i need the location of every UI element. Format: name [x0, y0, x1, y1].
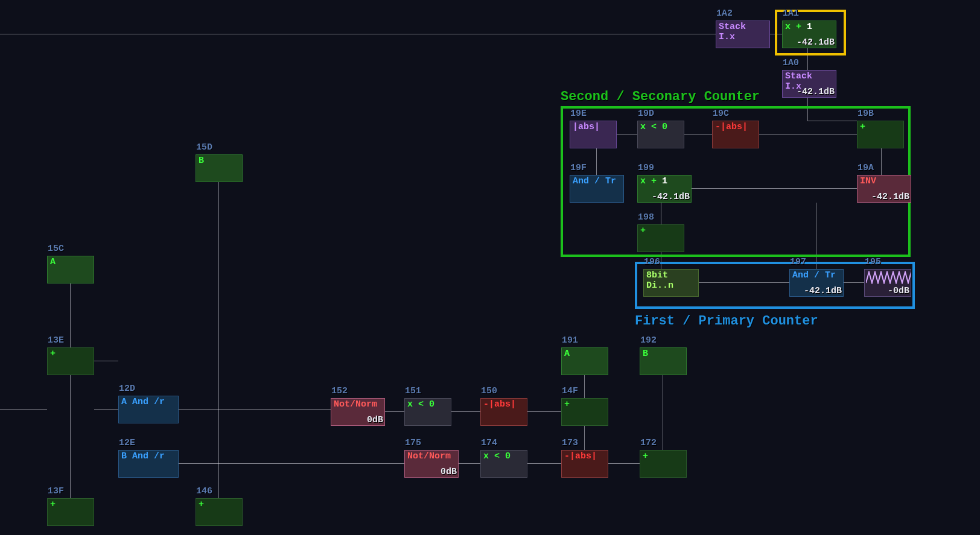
- node-196[interactable]: 1968bit Di..n: [643, 269, 699, 297]
- node-label: x < 0: [481, 451, 527, 462]
- group-label: First / Primary Counter: [635, 314, 818, 329]
- node-label: 8bit Di..n: [644, 270, 698, 291]
- node-13F[interactable]: 13F+: [47, 498, 94, 526]
- node-152[interactable]: 152Not/Norm0dB: [331, 398, 385, 426]
- node-id-label: 13E: [48, 336, 64, 346]
- wire: [385, 411, 404, 412]
- node-label: +: [858, 121, 903, 133]
- node-label: +: [638, 225, 684, 236]
- node-id-label: 150: [481, 387, 497, 397]
- node-191[interactable]: 191A: [561, 347, 608, 375]
- wire: [94, 409, 118, 410]
- node-id-label: 151: [405, 387, 421, 397]
- node-label: +: [48, 348, 94, 359]
- node-footer: 0dB: [441, 467, 457, 478]
- node-id-label: 152: [331, 387, 348, 397]
- wire: [0, 34, 716, 34]
- node-label: And / Tr: [570, 176, 623, 187]
- node-graph-canvas[interactable]: Second / Seconary CounterFirst / Primary…: [0, 0, 980, 535]
- node-id-label: 12E: [119, 438, 135, 449]
- node-146[interactable]: 146+: [196, 498, 243, 526]
- node-label: And / Tr: [790, 270, 843, 281]
- node-151[interactable]: 151x < 0: [404, 398, 451, 426]
- node-label: x + 1: [638, 176, 691, 187]
- node-id-label: 146: [196, 487, 212, 497]
- node-1A2[interactable]: 1A2Stack I.x: [716, 21, 770, 48]
- node-label: +: [562, 399, 608, 410]
- node-id-label: 191: [562, 336, 578, 346]
- oscillator-wave-icon: [866, 271, 911, 284]
- node-label: Stack I.x: [716, 21, 769, 42]
- wire: [179, 409, 331, 410]
- wire: [663, 375, 663, 450]
- wire: [527, 463, 561, 464]
- node-1A1[interactable]: 1A1x + 1-42.1dB: [782, 21, 836, 48]
- node-label: A: [48, 256, 94, 268]
- node-1A0[interactable]: 1A0Stack I.x-42.1dB: [782, 70, 836, 98]
- node-14F[interactable]: 14F+: [561, 398, 608, 426]
- node-label: x < 0: [405, 399, 451, 410]
- node-150[interactable]: 150-|abs|: [480, 398, 527, 426]
- node-192[interactable]: 192B: [640, 347, 687, 375]
- wire: [608, 463, 640, 464]
- node-label: B And /r: [119, 451, 178, 462]
- node-id-label: 12D: [119, 384, 135, 394]
- node-footer: -42.1dB: [797, 38, 835, 48]
- node-19E[interactable]: 19E|abs|: [570, 121, 617, 148]
- node-id-label: 15D: [196, 143, 212, 153]
- node-15D[interactable]: 15DB: [196, 154, 243, 182]
- node-id-label: 19D: [638, 109, 654, 119]
- node-id-label: 1A2: [716, 9, 733, 19]
- node-footer: -42.1dB: [652, 192, 690, 203]
- node-174[interactable]: 174x < 0: [480, 450, 527, 478]
- node-label: x < 0: [638, 121, 684, 133]
- node-id-label: 13F: [48, 487, 64, 497]
- node-19C[interactable]: 19C-|abs|: [712, 121, 759, 148]
- node-id-label: 19B: [858, 109, 874, 119]
- wire: [459, 463, 480, 464]
- node-19D[interactable]: 19Dx < 0: [637, 121, 684, 148]
- node-19A[interactable]: 19AINV-42.1dB: [857, 175, 911, 203]
- node-label: INV: [858, 176, 911, 187]
- node-label: Not/Norm: [405, 451, 458, 462]
- wire: [0, 409, 47, 410]
- node-199[interactable]: 199x + 1-42.1dB: [637, 175, 692, 203]
- node-id-label: 192: [640, 336, 657, 346]
- node-19F[interactable]: 19FAnd / Tr: [570, 175, 624, 203]
- node-label: +: [640, 451, 686, 462]
- node-198[interactable]: 198+: [637, 224, 684, 252]
- node-12E[interactable]: 12EB And /r: [118, 450, 179, 478]
- node-195[interactable]: 195-0dB: [864, 269, 911, 297]
- node-id-label: 19C: [713, 109, 729, 119]
- node-id-label: 196: [644, 258, 660, 268]
- node-id-label: 195: [865, 258, 881, 268]
- node-label: Not/Norm: [331, 399, 384, 410]
- node-label: -|abs|: [562, 451, 608, 462]
- node-197[interactable]: 197And / Tr-42.1dB: [789, 269, 844, 297]
- node-id-label: 14F: [562, 387, 578, 397]
- node-label: B: [196, 155, 242, 166]
- node-173[interactable]: 173-|abs|: [561, 450, 608, 478]
- node-footer: -42.1dB: [804, 286, 842, 297]
- node-label: B: [640, 348, 686, 359]
- node-13E[interactable]: 13E+: [47, 347, 94, 375]
- node-175[interactable]: 175Not/Norm0dB: [404, 450, 459, 478]
- node-19B[interactable]: 19B+: [857, 121, 904, 148]
- node-12D[interactable]: 12DA And /r: [118, 396, 179, 423]
- node-172[interactable]: 172+: [640, 450, 687, 478]
- node-footer: -0dB: [888, 286, 909, 297]
- wire: [218, 182, 219, 498]
- node-label: +: [48, 499, 94, 510]
- node-15C[interactable]: 15CA: [47, 256, 94, 283]
- node-footer: -42.1dB: [797, 87, 835, 98]
- wire: [94, 361, 118, 361]
- node-id-label: 175: [405, 438, 421, 449]
- wire: [70, 375, 71, 498]
- node-id-label: 197: [790, 258, 806, 268]
- node-id-label: 172: [640, 438, 657, 449]
- group-label: Second / Seconary Counter: [561, 89, 760, 104]
- node-id-label: 1A1: [783, 9, 799, 19]
- wire: [527, 411, 561, 412]
- wire: [584, 426, 585, 450]
- node-label: A: [562, 348, 608, 359]
